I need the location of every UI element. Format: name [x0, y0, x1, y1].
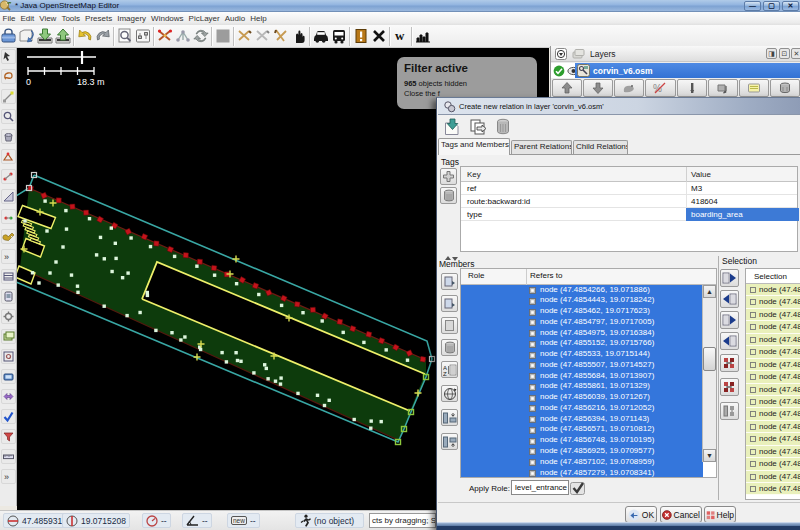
svg-text:0: 0: [26, 77, 31, 87]
svg-text:w: w: [395, 28, 405, 43]
svg-text:A: A: [443, 364, 447, 370]
svg-text:»: »: [4, 252, 9, 262]
svg-text:18.3 m: 18.3 m: [77, 77, 105, 87]
svg-text:%: %: [653, 83, 662, 94]
svg-text:new: new: [233, 517, 245, 524]
svg-text:»: »: [4, 472, 9, 482]
svg-text:Z: Z: [443, 371, 447, 377]
